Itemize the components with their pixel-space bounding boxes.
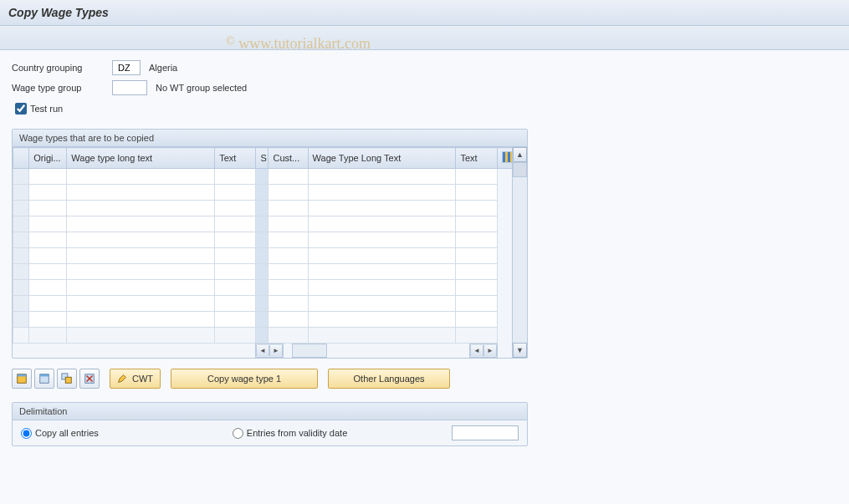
table-cell[interactable] bbox=[67, 185, 215, 201]
table-cell[interactable] bbox=[13, 216, 29, 232]
table-cell[interactable] bbox=[29, 248, 67, 264]
col-header-cust[interactable]: Cust... bbox=[269, 148, 308, 169]
table-cell[interactable] bbox=[13, 169, 29, 185]
table-cell[interactable] bbox=[308, 264, 456, 280]
input-country-grouping[interactable] bbox=[116, 62, 138, 74]
vscroll-down[interactable]: ▼ bbox=[513, 343, 527, 358]
table-cell[interactable] bbox=[256, 201, 269, 216]
table-cell[interactable] bbox=[13, 312, 29, 328]
table-cell[interactable] bbox=[269, 232, 308, 248]
radio-row-copy-all[interactable]: Copy all entries bbox=[21, 428, 99, 439]
table-cell[interactable] bbox=[13, 264, 29, 280]
table-cell[interactable] bbox=[67, 328, 215, 344]
table-cell[interactable] bbox=[215, 280, 256, 296]
table-cell[interactable] bbox=[256, 216, 269, 232]
table-cell[interactable] bbox=[456, 312, 497, 328]
hscroll-right-section[interactable]: ◄ ► bbox=[469, 344, 498, 358]
table-cell[interactable] bbox=[497, 328, 512, 344]
table-cell[interactable] bbox=[29, 185, 67, 201]
radio-row-from-date[interactable]: Entries from validity date bbox=[233, 428, 347, 439]
table-cell[interactable] bbox=[497, 232, 512, 248]
table-cell[interactable] bbox=[29, 169, 67, 185]
table-cell[interactable] bbox=[308, 169, 456, 185]
table-cell[interactable] bbox=[456, 169, 497, 185]
table-cell[interactable] bbox=[497, 185, 512, 201]
table-cell[interactable] bbox=[308, 216, 456, 232]
table-cell[interactable] bbox=[13, 185, 29, 201]
table-cell[interactable] bbox=[256, 169, 269, 185]
table-cell[interactable] bbox=[13, 328, 29, 344]
table-cell[interactable] bbox=[308, 296, 456, 312]
table-cell[interactable] bbox=[456, 216, 497, 232]
table-cell[interactable] bbox=[456, 296, 497, 312]
table-cell[interactable] bbox=[215, 201, 256, 216]
table-cell[interactable] bbox=[256, 312, 269, 328]
table-cell[interactable] bbox=[256, 232, 269, 248]
table-cell[interactable] bbox=[215, 216, 256, 232]
table-cell[interactable] bbox=[456, 264, 497, 280]
table-cell[interactable] bbox=[215, 264, 256, 280]
table-cell[interactable] bbox=[67, 280, 215, 296]
col-header-wage-type-long-text[interactable]: Wage type long text bbox=[67, 148, 215, 169]
table-cell[interactable] bbox=[29, 296, 67, 312]
table-cell[interactable] bbox=[456, 185, 497, 201]
table-cell[interactable] bbox=[215, 169, 256, 185]
table-cell[interactable] bbox=[29, 328, 67, 344]
radio-copy-all[interactable] bbox=[21, 428, 32, 439]
copy-wage-type-1-button[interactable]: Copy wage type 1 bbox=[171, 369, 318, 389]
table-row[interactable] bbox=[13, 169, 513, 185]
table-cell[interactable] bbox=[456, 280, 497, 296]
table-cell[interactable] bbox=[308, 328, 456, 344]
table-cell[interactable] bbox=[215, 232, 256, 248]
table-cell[interactable] bbox=[308, 201, 456, 216]
table-row[interactable] bbox=[13, 185, 513, 201]
vscroll-track[interactable] bbox=[513, 177, 527, 343]
vertical-scrollbar[interactable]: ▲ ▼ bbox=[512, 147, 527, 358]
table-cell[interactable] bbox=[269, 328, 308, 344]
table-row[interactable] bbox=[13, 296, 513, 312]
table-cell[interactable] bbox=[67, 264, 215, 280]
table-cell[interactable] bbox=[215, 312, 256, 328]
vscroll-up[interactable]: ▲ bbox=[513, 147, 527, 162]
cwt-button[interactable]: CWT bbox=[110, 369, 161, 389]
table-cell[interactable] bbox=[308, 232, 456, 248]
field-wage-type-group[interactable] bbox=[112, 80, 147, 95]
table-cell[interactable] bbox=[308, 280, 456, 296]
table-cell[interactable] bbox=[456, 248, 497, 264]
table-cell[interactable] bbox=[67, 296, 215, 312]
table-cell[interactable] bbox=[497, 296, 512, 312]
checkbox-test-run[interactable] bbox=[15, 103, 27, 115]
table-cell[interactable] bbox=[456, 328, 497, 344]
table-cell[interactable] bbox=[13, 232, 29, 248]
input-validity-date[interactable] bbox=[452, 425, 519, 440]
table-cell[interactable] bbox=[456, 232, 497, 248]
table-cell[interactable] bbox=[269, 312, 308, 328]
table-cell[interactable] bbox=[269, 201, 308, 216]
table-cell[interactable] bbox=[256, 264, 269, 280]
table-cell[interactable] bbox=[67, 201, 215, 216]
col-header-configure[interactable] bbox=[497, 148, 512, 169]
field-country-grouping[interactable] bbox=[112, 60, 141, 75]
table-cell[interactable] bbox=[269, 280, 308, 296]
table-cell[interactable] bbox=[269, 169, 308, 185]
table-cell[interactable] bbox=[215, 248, 256, 264]
table-cell[interactable] bbox=[497, 169, 512, 185]
table-cell[interactable] bbox=[215, 296, 256, 312]
table-cell[interactable] bbox=[13, 280, 29, 296]
deselect-all-button[interactable] bbox=[34, 369, 54, 389]
table-row[interactable] bbox=[13, 280, 513, 296]
table-cell[interactable] bbox=[29, 232, 67, 248]
table-cell[interactable] bbox=[67, 232, 215, 248]
hscroll-left-arrow-r[interactable]: ► bbox=[269, 345, 283, 356]
col-header-origi[interactable]: Origi... bbox=[29, 148, 67, 169]
table-wage-types[interactable]: Origi... Wage type long text Text S Cust… bbox=[13, 147, 512, 344]
table-cell[interactable] bbox=[215, 328, 256, 344]
table-cell[interactable] bbox=[29, 216, 67, 232]
table-cell[interactable] bbox=[13, 201, 29, 216]
table-cell[interactable] bbox=[308, 248, 456, 264]
table-cell[interactable] bbox=[67, 312, 215, 328]
table-cell[interactable] bbox=[497, 312, 512, 328]
table-cell[interactable] bbox=[67, 248, 215, 264]
table-row[interactable] bbox=[13, 264, 513, 280]
delete-row-button[interactable] bbox=[79, 369, 100, 389]
